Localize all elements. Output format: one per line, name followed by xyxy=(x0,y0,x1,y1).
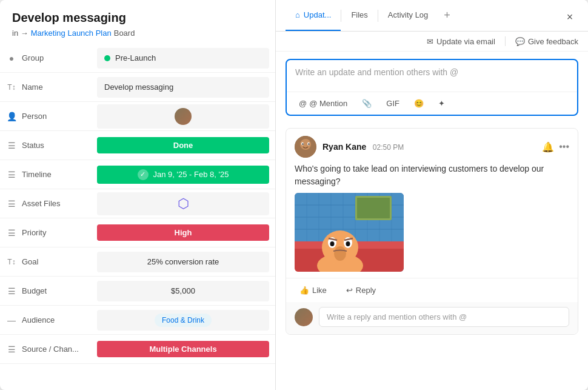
attachment-button[interactable]: 📎 xyxy=(358,97,375,110)
ai-icon: ✦ xyxy=(438,99,445,108)
field-label-name: T↕ Name xyxy=(6,82,97,92)
ai-button[interactable]: ✦ xyxy=(435,97,449,110)
author-avatar xyxy=(295,136,316,158)
svg-point-5 xyxy=(308,143,309,144)
field-label-text: Asset Files xyxy=(22,199,61,208)
check-icon: ✓ xyxy=(138,169,149,180)
reply-button[interactable]: ↩ Reply xyxy=(341,283,381,297)
home-icon: ⌂ xyxy=(295,10,300,19)
update-input[interactable]: Write an update and mention others with … xyxy=(287,60,577,92)
group-icon: ● xyxy=(6,53,17,63)
message-author: Ryan Kane 02:50 PM xyxy=(295,136,404,158)
field-row-source: ☰ Source / Chan... Multiple Channels xyxy=(0,335,275,364)
paperclip-icon: 📎 xyxy=(362,99,372,108)
asset-icon: ☰ xyxy=(6,199,17,209)
svg-point-4 xyxy=(302,143,303,144)
field-value-source[interactable]: Multiple Channels xyxy=(97,341,269,357)
field-label-text: Audience xyxy=(22,315,55,324)
field-value-audience[interactable]: Food & Drink xyxy=(97,310,269,331)
field-label-text: Source / Chan... xyxy=(22,345,79,354)
field-label-audience: — Audience xyxy=(6,315,97,325)
status-badge: Done xyxy=(97,137,269,153)
tabs-header: ⌂ Updat... Files Activity Log + xyxy=(276,0,588,32)
left-panel: Develop messaging in → Marketing Launch … xyxy=(0,0,276,390)
budget-value: $5,000 xyxy=(171,286,195,295)
update-via-email-button[interactable]: ✉ Update via email xyxy=(427,37,495,46)
field-row-timeline: ☰ Timeline ✓ Jan 9, '25 - Feb 8, '25 xyxy=(0,160,275,189)
svg-point-27 xyxy=(330,241,335,246)
field-row-name: T↕ Name Develop messaging xyxy=(0,73,275,102)
field-label-text: Priority xyxy=(22,228,46,237)
field-value-group[interactable]: Pre-Launch xyxy=(97,48,269,69)
bell-icon[interactable]: 🔔 xyxy=(542,141,554,153)
message-time: 02:50 PM xyxy=(373,143,404,152)
field-value-asset-files[interactable]: ⬡ xyxy=(97,192,269,215)
field-value-person[interactable] xyxy=(97,104,269,129)
tab-activity-log-label: Activity Log xyxy=(388,10,428,19)
field-value-name[interactable]: Develop messaging xyxy=(97,77,269,98)
more-icon[interactable]: ••• xyxy=(559,141,569,152)
field-value-priority[interactable]: High xyxy=(97,224,269,241)
like-button[interactable]: 👍 Like xyxy=(295,283,332,297)
tab-updates-label: Updat... xyxy=(304,10,332,19)
close-button[interactable]: × xyxy=(561,8,578,25)
gif-label: GIF xyxy=(386,99,399,108)
emoji-button[interactable]: 😊 xyxy=(410,97,427,110)
field-label-text: Budget xyxy=(22,286,47,295)
budget-icon: ☰ xyxy=(6,286,17,296)
audience-icon: — xyxy=(6,315,17,325)
name-value: Develop messaging xyxy=(104,82,173,92)
avatar-svg xyxy=(295,136,316,158)
avatar xyxy=(175,108,192,125)
message-text: Who's going to take lead on interviewing… xyxy=(295,164,544,186)
tab-activity-log[interactable]: Activity Log xyxy=(378,0,438,31)
update-placeholder: Write an update and mention others with … xyxy=(295,67,458,77)
message-body: Who's going to take lead on interviewing… xyxy=(286,163,578,278)
field-label-status: ☰ Status xyxy=(6,141,97,150)
add-tab-button[interactable]: + xyxy=(438,9,456,22)
field-label-text: Goal xyxy=(22,257,38,266)
give-feedback-button[interactable]: 💬 Give feedback xyxy=(515,37,578,46)
message-image-svg xyxy=(295,193,404,272)
field-value-goal[interactable]: 25% conversion rate xyxy=(97,252,269,272)
breadcrumb-link[interactable]: Marketing Launch Plan xyxy=(31,29,112,38)
like-label: Like xyxy=(312,286,327,295)
reply-composer: Write a reply and mention others with @ xyxy=(286,302,578,334)
tab-files[interactable]: Files xyxy=(341,0,377,31)
reply-input[interactable]: Write a reply and mention others with @ xyxy=(319,307,569,327)
priority-icon: ☰ xyxy=(6,228,17,238)
feedback-icon: 💬 xyxy=(515,37,525,46)
source-icon: ☰ xyxy=(6,345,17,354)
tabs-container: ⌂ Updat... Files Activity Log + xyxy=(286,0,456,31)
page-title: Develop messaging xyxy=(12,11,263,25)
at-icon: @ xyxy=(299,99,307,108)
gif-button[interactable]: GIF xyxy=(383,97,403,110)
asset-file-icon: ⬡ xyxy=(178,196,189,212)
field-value-status[interactable]: Done xyxy=(97,137,269,153)
like-icon: 👍 xyxy=(299,286,309,295)
field-label-budget: ☰ Budget xyxy=(6,286,97,296)
mention-label: @ Mention xyxy=(309,99,347,108)
message-image xyxy=(295,193,404,272)
reply-placeholder: Write a reply and mention others with @ xyxy=(327,312,467,321)
timeline-icon: ☰ xyxy=(6,170,17,180)
author-info: Ryan Kane 02:50 PM xyxy=(322,141,404,152)
breadcrumb: in → Marketing Launch Plan Board xyxy=(12,29,263,38)
mention-button[interactable]: @ @ Mention xyxy=(295,97,351,110)
field-row-person: 👤 Person xyxy=(0,102,275,131)
email-label: Update via email xyxy=(436,37,495,46)
field-label-text: Group xyxy=(22,53,44,62)
goal-value: 25% conversion rate xyxy=(147,257,219,266)
priority-badge: High xyxy=(97,224,269,241)
field-row-priority: ☰ Priority High xyxy=(0,218,275,247)
tab-updates[interactable]: ⌂ Updat... xyxy=(286,0,341,31)
svg-point-24 xyxy=(334,246,346,261)
svg-point-28 xyxy=(346,241,350,246)
field-value-timeline[interactable]: ✓ Jan 9, '25 - Feb 8, '25 xyxy=(97,166,269,184)
composer-toolbar: @ @ Mention 📎 GIF 😊 ✦ xyxy=(287,92,577,115)
emoji-icon: 😊 xyxy=(414,99,424,108)
field-value-budget[interactable]: $5,000 xyxy=(97,281,269,301)
timeline-value: Jan 9, '25 - Feb 8, '25 xyxy=(153,170,229,179)
feedback-label: Give feedback xyxy=(528,37,578,46)
field-label-text: Person xyxy=(22,112,47,121)
